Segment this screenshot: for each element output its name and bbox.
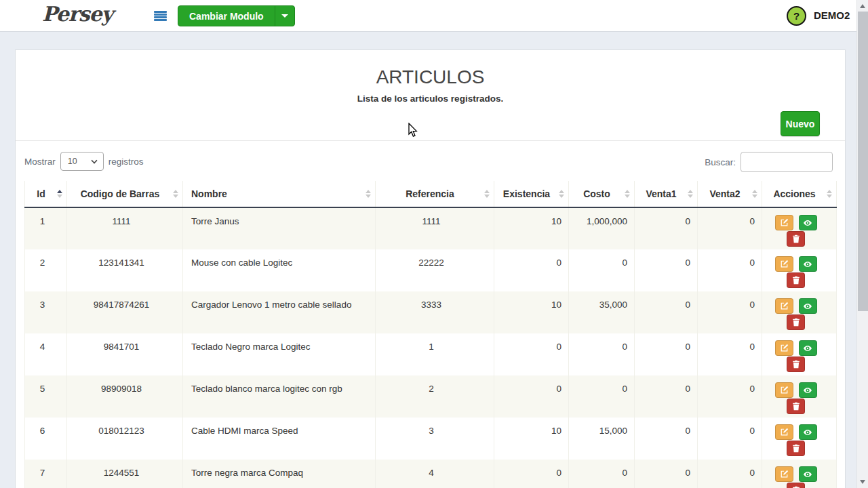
column-header-id[interactable]: Id (25, 181, 67, 207)
column-header-codigo-de-barras[interactable]: Codigo de Barras (67, 181, 183, 207)
cell-costo: 0 (569, 333, 635, 375)
eye-icon (803, 260, 812, 269)
row-actions (762, 466, 829, 488)
column-header-costo[interactable]: Costo (569, 181, 635, 207)
column-label: Codigo de Barras (81, 188, 160, 199)
row-actions (762, 340, 829, 372)
eye-icon (803, 386, 812, 395)
eye-icon (803, 470, 812, 479)
hamburger-icon[interactable] (154, 11, 167, 21)
column-header-referencia[interactable]: Referencia (376, 181, 494, 207)
edit-button[interactable] (775, 340, 793, 356)
search-label: Buscar: (705, 157, 736, 167)
edit-button[interactable] (775, 424, 793, 440)
cell-id: 4 (25, 333, 67, 375)
scroll-up-icon[interactable] (860, 4, 865, 8)
view-button[interactable] (799, 215, 817, 230)
cell-costo: 35,000 (569, 291, 635, 333)
cell-venta1: 0 (635, 207, 698, 249)
cell-venta2: 0 (698, 460, 762, 488)
sort-icon (559, 190, 564, 198)
edit-button[interactable] (775, 298, 793, 314)
column-header-nombre[interactable]: Nombre (183, 181, 376, 207)
sort-icon (752, 190, 757, 198)
cell-existencia: 0 (494, 375, 569, 418)
help-icon[interactable]: ? (787, 6, 806, 26)
page-size-value: 10 (68, 157, 77, 166)
view-button[interactable] (799, 382, 817, 398)
edit-icon (780, 386, 789, 394)
column-header-venta1[interactable]: Venta1 (635, 181, 698, 207)
cell-costo: 0 (569, 249, 635, 291)
view-button[interactable] (799, 298, 817, 314)
chevron-down-icon (91, 157, 97, 163)
delete-button[interactable] (787, 231, 805, 247)
page-size-select[interactable]: 10 (60, 152, 104, 171)
cell-venta2: 0 (698, 333, 762, 375)
delete-button[interactable] (787, 399, 805, 414)
view-button[interactable] (799, 424, 817, 440)
delete-button[interactable] (787, 483, 805, 488)
edit-button[interactable] (775, 466, 793, 482)
scroll-down-icon[interactable] (860, 480, 865, 484)
edit-button[interactable] (775, 382, 793, 398)
cell-costo: 0 (569, 460, 635, 488)
column-header-existencia[interactable]: Existencia (494, 181, 569, 207)
cell-acciones (762, 460, 837, 488)
cell-costo: 15,000 (569, 418, 635, 460)
cell-existencia: 0 (494, 460, 569, 488)
cell-codigo-de-barras: 9841701 (67, 333, 183, 375)
articles-table: IdCodigo de BarrasNombreReferenciaExiste… (24, 181, 837, 488)
scrollbar[interactable] (856, 0, 868, 488)
view-button[interactable] (799, 466, 817, 482)
cell-venta1: 0 (635, 249, 698, 291)
column-label: Venta2 (709, 188, 740, 199)
edit-button[interactable] (775, 256, 793, 272)
edit-icon (780, 470, 789, 479)
cell-venta2: 0 (698, 375, 762, 418)
delete-button[interactable] (787, 357, 805, 372)
eye-icon (803, 428, 812, 437)
cell-nombre: Cargador Lenovo 1 metro cable sellado (183, 291, 376, 333)
new-button[interactable]: Nuevo (781, 111, 820, 136)
table-row: 598909018Teclado blanco marca logitec co… (25, 375, 837, 418)
scrollbar-thumb[interactable] (858, 12, 868, 311)
change-module-button[interactable]: Cambiar Modulo (178, 6, 275, 26)
articles-table-wrap: IdCodigo de BarrasNombreReferenciaExiste… (16, 181, 845, 488)
column-label: Acciones (773, 188, 815, 199)
view-button[interactable] (799, 340, 817, 356)
edit-button[interactable] (775, 215, 793, 230)
cell-existencia: 10 (494, 207, 569, 249)
sort-icon (173, 190, 178, 198)
delete-button[interactable] (787, 272, 805, 288)
view-button[interactable] (799, 256, 817, 272)
column-header-venta2[interactable]: Venta2 (698, 181, 762, 207)
trash-icon (792, 276, 800, 285)
change-module-split-button[interactable]: Cambiar Modulo (178, 5, 295, 26)
cell-codigo-de-barras: 123141341 (67, 249, 183, 291)
cell-venta1: 0 (635, 375, 698, 418)
column-header-acciones[interactable]: Acciones (762, 181, 837, 207)
cell-codigo-de-barras: 018012123 (67, 418, 183, 460)
cell-referencia: 22222 (376, 249, 494, 291)
change-module-dropdown-toggle[interactable] (275, 6, 294, 26)
cell-costo: 0 (569, 375, 635, 418)
cell-nombre: Torre negra marca Compaq (183, 460, 376, 488)
cell-nombre: Teclado blanco marca logitec con rgb (183, 375, 376, 418)
delete-button[interactable] (787, 314, 805, 330)
cell-venta2: 0 (698, 207, 762, 249)
cell-acciones (762, 207, 837, 249)
table-row: 2123141341Mouse con cable Logitec2222200… (25, 249, 837, 291)
delete-button[interactable] (787, 441, 805, 456)
cell-existencia: 10 (494, 291, 569, 333)
sort-icon (827, 190, 832, 198)
trash-icon (792, 360, 800, 369)
column-label: Costo (583, 188, 610, 199)
cell-referencia: 1111 (376, 207, 494, 249)
edit-icon (780, 344, 789, 352)
brand-logo[interactable]: Persey (42, 2, 113, 26)
user-menu[interactable]: DEMO2 (814, 9, 850, 21)
row-actions (762, 215, 829, 247)
cell-venta2: 0 (698, 291, 762, 333)
search-input[interactable] (741, 152, 833, 172)
